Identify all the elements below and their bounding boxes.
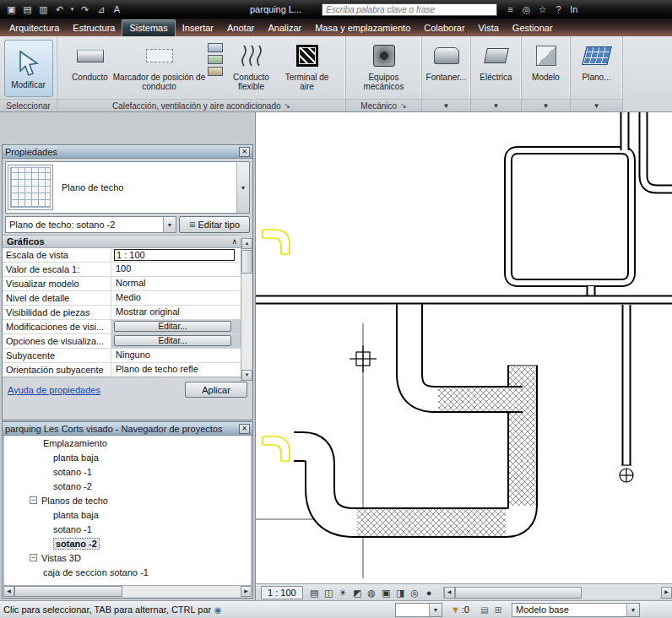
- tree-item-planos-de-techo[interactable]: −Planos de techo: [4, 493, 251, 507]
- duct-loop[interactable]: [508, 150, 631, 283]
- properties-help-link[interactable]: Ayuda de propiedades: [8, 385, 100, 395]
- close-icon[interactable]: ✕: [239, 424, 250, 434]
- modificar-button[interactable]: Modificar: [4, 40, 53, 97]
- search-icon[interactable]: ◎: [519, 3, 534, 16]
- apply-button[interactable]: Aplicar: [185, 382, 247, 398]
- browser-title-bar[interactable]: parquing Les Corts visado - Navegador de…: [3, 422, 252, 436]
- scrollbar-thumb[interactable]: [455, 587, 582, 599]
- tree-item[interactable]: sotano -1: [4, 464, 251, 479]
- instance-combo[interactable]: Plano de techo: sotano -2 ▼: [5, 216, 176, 233]
- favorites-icon[interactable]: ☆: [535, 3, 550, 16]
- property-value[interactable]: 100: [114, 263, 133, 274]
- property-value[interactable]: Plano de techo refle: [114, 364, 200, 374]
- conducto-button[interactable]: Conducto: [69, 38, 111, 99]
- marcador-conducto-button[interactable]: Marcador de posición de conducto: [112, 38, 207, 99]
- rendering-icon[interactable]: ◍: [365, 586, 379, 599]
- property-value[interactable]: Normal: [114, 278, 147, 288]
- panel-label-seleccionar[interactable]: Seleccionar: [0, 99, 57, 111]
- properties-title-bar[interactable]: Propiedades ✕: [3, 145, 252, 159]
- sun-path-icon[interactable]: ☀: [336, 586, 350, 599]
- properties-scrollbar[interactable]: ▲ ▼: [241, 238, 252, 381]
- duct-branch[interactable]: [409, 296, 523, 399]
- view-scale-control[interactable]: 1 : 100: [261, 586, 303, 599]
- panel-expand-fontaneria[interactable]: ▼: [422, 99, 470, 111]
- type-selector[interactable]: Plano de techo ▼: [5, 161, 250, 214]
- selection-filter[interactable]: ▼ :0: [451, 604, 469, 615]
- tree-item[interactable]: planta baja: [4, 507, 251, 522]
- redo-icon[interactable]: ↷: [78, 3, 92, 16]
- temporary-hide-icon[interactable]: ◎: [408, 586, 422, 599]
- panel-expand-plano[interactable]: ▼: [571, 99, 622, 111]
- collapse-icon[interactable]: ∧: [231, 237, 237, 246]
- section-graficos[interactable]: Gráficos ∧: [3, 235, 241, 248]
- crop-region-icon[interactable]: ◨: [393, 586, 408, 599]
- chevron-down-icon[interactable]: ▼: [236, 162, 249, 213]
- tree-collapse-icon[interactable]: −: [30, 496, 37, 504]
- infocenter-menu-icon[interactable]: ≡: [503, 3, 518, 16]
- tree-item[interactable]: sotano -1: [4, 522, 251, 536]
- tab-masa-emplazamiento[interactable]: Masa y emplazamiento: [308, 20, 417, 36]
- dialog-launcher-icon[interactable]: ↘: [400, 101, 407, 110]
- property-value[interactable]: 1 : 100: [114, 249, 235, 261]
- editar-button[interactable]: Editar...: [114, 335, 231, 346]
- open-icon[interactable]: ▤: [20, 3, 35, 16]
- design-options-combo[interactable]: Modelo base ▼: [512, 603, 640, 617]
- scroll-right-icon[interactable]: ▶: [241, 586, 252, 597]
- worksets-combo[interactable]: ▼: [395, 603, 442, 617]
- worksharing-icon[interactable]: ◉: [211, 605, 225, 615]
- scroll-down-icon[interactable]: ▼: [241, 370, 252, 381]
- tree-item-sotano-2-selected[interactable]: sotano -2: [4, 536, 251, 550]
- equipos-mecanicos-button[interactable]: Equipos mecánicos: [354, 38, 415, 99]
- print-icon[interactable]: ▥: [36, 3, 51, 16]
- tab-analizar[interactable]: Analizar: [261, 20, 308, 36]
- conducto-flexible-button[interactable]: Conducto flexible: [224, 38, 279, 99]
- signin-label[interactable]: In: [570, 4, 577, 14]
- duct-fitting-highlighted[interactable]: [263, 436, 290, 461]
- scrollbar-thumb[interactable]: [14, 586, 122, 597]
- tab-sistemas[interactable]: Sistemas: [122, 19, 175, 36]
- tab-gestionar[interactable]: Gestionar: [506, 20, 560, 36]
- table-row[interactable]: Visualizar modeloNormal: [3, 277, 241, 291]
- property-value[interactable]: Ninguno: [114, 350, 152, 360]
- table-row[interactable]: Orientación subyacentePlano de techo ref…: [3, 363, 241, 377]
- plano-button[interactable]: Plano...: [572, 38, 621, 99]
- help-icon[interactable]: ?: [551, 3, 566, 16]
- reveal-hidden-icon[interactable]: ●: [422, 586, 436, 599]
- tab-insertar[interactable]: Insertar: [176, 20, 220, 36]
- measure-icon[interactable]: ⊿: [94, 3, 108, 16]
- undo-icon[interactable]: ↶: [52, 3, 67, 16]
- electrica-button[interactable]: Eléctrica: [473, 38, 519, 99]
- select-underlay-icon[interactable]: ▤: [478, 605, 491, 615]
- chevron-down-icon[interactable]: ▼: [163, 217, 176, 232]
- table-row[interactable]: Escala de vista1 : 100: [3, 248, 241, 263]
- table-row[interactable]: Nivel de detalleMedio: [3, 291, 241, 306]
- undo-dropdown-icon[interactable]: ▾: [68, 3, 76, 16]
- table-row[interactable]: Modificaciones de visi...Editar...: [3, 320, 241, 334]
- text-icon[interactable]: A: [110, 3, 124, 16]
- fontaneria-button[interactable]: Fontaner...: [424, 38, 469, 99]
- detail-level-icon[interactable]: ▤: [307, 586, 322, 599]
- table-row[interactable]: SubyacenteNinguno: [3, 349, 241, 363]
- terminal-aire-button[interactable]: Terminal de aire: [280, 38, 334, 99]
- edit-type-button[interactable]: ⊞ Editar tipo: [179, 216, 250, 233]
- tab-arquitectura[interactable]: Arquitectura: [3, 20, 66, 36]
- drawing-area[interactable]: 1 : 100 ▤ ◫ ☀ ◩ ◍ ▣ ◨ ◎ ● ◀ ▶: [256, 112, 672, 600]
- scrollbar-thumb[interactable]: [241, 250, 252, 274]
- property-value[interactable]: Medio: [114, 292, 143, 302]
- tree-item[interactable]: Emplazamiento: [4, 436, 251, 450]
- scroll-left-icon[interactable]: ◀: [444, 587, 455, 599]
- chevron-down-icon[interactable]: ▼: [626, 604, 639, 616]
- scroll-up-icon[interactable]: ▲: [241, 238, 252, 249]
- duct-fitting-highlighted[interactable]: [263, 230, 290, 254]
- tree-item-vistas-3d[interactable]: −Vistas 3D: [4, 550, 251, 565]
- scroll-right-icon[interactable]: ▶: [661, 587, 672, 599]
- chevron-down-icon[interactable]: ▼: [429, 604, 442, 616]
- editar-button[interactable]: Editar...: [114, 321, 231, 332]
- visual-style-icon[interactable]: ◫: [322, 586, 336, 599]
- panel-label-mecanico[interactable]: Mecánico ↘: [346, 99, 421, 111]
- close-icon[interactable]: ✕: [239, 147, 250, 157]
- tree-item[interactable]: planta baja: [4, 450, 251, 464]
- ceiling-plan-drawing[interactable]: [256, 112, 672, 583]
- tree-item[interactable]: caja de seccion sotano -1: [4, 565, 251, 579]
- duct-drop[interactable]: [620, 305, 633, 482]
